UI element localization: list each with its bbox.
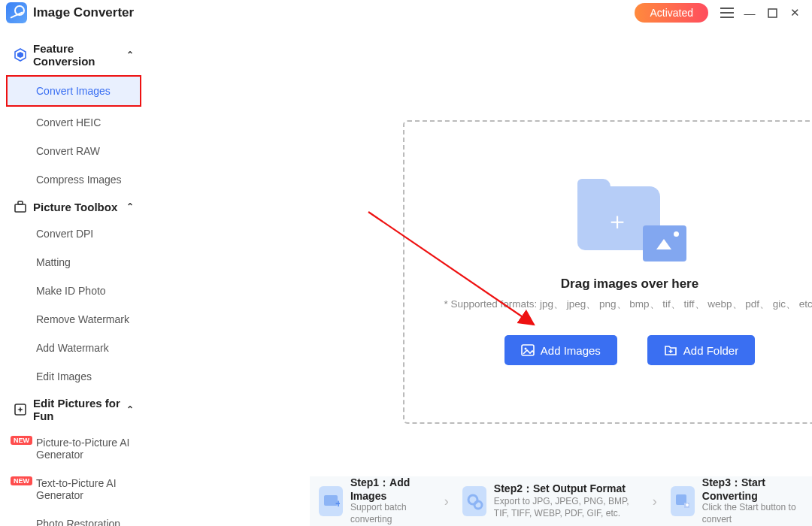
- svg-point-12: [474, 501, 482, 509]
- sidebar-item-make-id-photo[interactable]: Make ID Photo: [0, 277, 147, 305]
- svg-rect-4: [18, 201, 23, 204]
- svg-point-7: [524, 348, 526, 350]
- step-3: Step3：Start Converting Click the Start b…: [668, 476, 806, 525]
- sidebar-item-add-watermark[interactable]: Add Watermark: [0, 334, 147, 362]
- sidebar-item-label: Convert RAW: [36, 145, 100, 157]
- sidebar-item-edit-images[interactable]: Edit Images: [0, 362, 147, 391]
- sidebar-item-label: Convert HEIC: [36, 116, 101, 128]
- chevron-right-icon: ›: [440, 494, 453, 509]
- add-folder-button[interactable]: Add Folder: [647, 335, 755, 365]
- menu-button[interactable]: [716, 2, 738, 24]
- dropzone-title: Drag images over here: [561, 277, 698, 292]
- minimize-button[interactable]: —: [738, 2, 761, 24]
- sidebar-item-convert-heic[interactable]: Convert HEIC: [0, 108, 147, 137]
- sidebar-item-convert-raw[interactable]: Convert RAW: [0, 137, 147, 165]
- new-badge: NEW: [11, 436, 32, 445]
- hexagon-icon: [14, 48, 27, 62]
- chevron-up-icon: ⌃: [126, 404, 134, 415]
- chevron-up-icon: ⌃: [126, 201, 134, 212]
- button-label: Add Folder: [683, 344, 738, 357]
- titlebar: Image Converter Activated — ✕: [0, 0, 812, 26]
- step-title: Step2：Set Output Format: [494, 482, 639, 496]
- supported-formats: * Supported formats: jpg、 jpeg、 png、 bmp…: [444, 298, 812, 311]
- step-title: Step3：Start Converting: [702, 476, 803, 502]
- svg-text:+: +: [335, 497, 340, 509]
- sidebar-item-matting[interactable]: Matting: [0, 248, 147, 277]
- toolbox-icon: [14, 200, 27, 213]
- sidebar-item-label: Make ID Photo: [36, 285, 106, 297]
- button-label: Add Images: [541, 344, 601, 357]
- step-1: + Step1：Add Images Support batch convert…: [316, 476, 434, 525]
- folder-illustration-icon: ＋: [574, 179, 686, 261]
- steps-bar: + Step1：Add Images Support batch convert…: [310, 476, 812, 526]
- sidebar-item-label: Photo Restoration: [36, 518, 120, 526]
- sidebar-item-convert-dpi[interactable]: Convert DPI: [0, 219, 147, 248]
- step-desc: Export to JPG, JPEG, PNG, BMP, TIF, TIFF…: [494, 496, 639, 519]
- sidebar-item-t2p-ai-generator[interactable]: NEWText-to-Picture AI Generator: [0, 469, 147, 509]
- sidebar-item-label: Convert DPI: [36, 228, 93, 240]
- maximize-button[interactable]: [761, 2, 783, 24]
- sidebar-item-compress-images[interactable]: Compress Images: [0, 165, 147, 194]
- activated-badge[interactable]: Activated: [635, 3, 708, 23]
- add-images-button[interactable]: Add Images: [504, 335, 617, 365]
- section-title: Edit Pictures for Fun: [33, 397, 126, 422]
- sidebar-item-remove-watermark[interactable]: Remove Watermark: [0, 305, 147, 334]
- app-logo-icon: [6, 2, 27, 23]
- section-title: Picture Toolbox: [33, 201, 117, 213]
- svg-marker-2: [17, 52, 23, 58]
- step2-icon: [462, 486, 486, 516]
- step-2: Step2：Set Output Format Export to JPG, J…: [459, 482, 642, 519]
- sidebar-item-label: Edit Images: [36, 370, 92, 382]
- svg-rect-0: [768, 9, 777, 17]
- close-button[interactable]: ✕: [783, 2, 806, 24]
- step-desc: Support batch converting: [350, 502, 431, 525]
- chevron-right-icon: ›: [648, 494, 662, 509]
- section-feature-conversion[interactable]: Feature Conversion ⌃: [0, 36, 147, 74]
- step1-icon: +: [319, 486, 343, 516]
- sidebar-item-label: Matting: [36, 256, 71, 268]
- section-picture-toolbox[interactable]: Picture Toolbox ⌃: [0, 194, 147, 219]
- new-badge: NEW: [11, 476, 32, 485]
- section-edit-pictures-for-fun[interactable]: Edit Pictures for Fun ⌃: [0, 391, 147, 428]
- main-panel: ＋ Drag images over here * Supported form…: [147, 26, 812, 526]
- sidebar-item-label: Compress Images: [36, 174, 122, 186]
- sparkle-icon: [14, 403, 27, 416]
- svg-rect-3: [15, 204, 26, 212]
- sidebar-item-label: Convert Images: [36, 85, 111, 97]
- sidebar-item-label: Picture-to-Picture AI Generator: [36, 437, 130, 461]
- step3-icon: [671, 486, 695, 516]
- dropzone[interactable]: ＋ Drag images over here * Supported form…: [403, 120, 812, 424]
- step-title: Step1：Add Images: [350, 476, 431, 502]
- sidebar-item-label: Text-to-Picture AI Generator: [36, 477, 117, 501]
- step-desc: Click the Start button to convert: [702, 502, 803, 525]
- sidebar-item-p2p-ai-generator[interactable]: NEWPicture-to-Picture AI Generator: [0, 428, 147, 469]
- section-title: Feature Conversion: [33, 42, 126, 68]
- sidebar-item-photo-restoration[interactable]: Photo Restoration: [0, 509, 147, 526]
- sidebar-item-label: Remove Watermark: [36, 313, 129, 325]
- sidebar: Feature Conversion ⌃ Convert Images Conv…: [0, 26, 147, 526]
- sidebar-item-convert-images[interactable]: Convert Images: [6, 75, 141, 107]
- sidebar-item-label: Add Watermark: [36, 342, 109, 354]
- folder-plus-icon: [664, 343, 677, 357]
- app-title: Image Converter: [33, 5, 134, 20]
- image-icon: [521, 343, 535, 357]
- chevron-up-icon: ⌃: [126, 50, 134, 60]
